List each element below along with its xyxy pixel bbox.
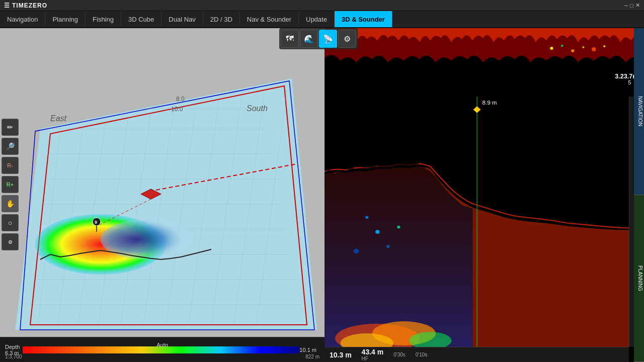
vertical-nav-labels: NAVIGATION PLANNING (634, 28, 644, 362)
range-plus-btn[interactable]: R+ (2, 176, 19, 193)
extra-tool-btn[interactable]: ⚙ (2, 233, 19, 250)
close-btn[interactable]: ✕ (635, 2, 640, 9)
sounder-top-svg: 3.23.7m 5 (325, 28, 644, 96)
svg-point-40 (571, 49, 574, 52)
svg-point-41 (582, 46, 584, 48)
window-controls: ─ □ ✕ (624, 2, 640, 9)
svg-point-38 (550, 47, 553, 50)
scale-distance: 822 m (305, 354, 319, 359)
svg-text:10.0: 10.0 (171, 106, 183, 113)
svg-point-50 (354, 249, 359, 254)
svg-point-42 (592, 47, 596, 51)
3d-scene-svg: 8.0 10.0 East South (0, 28, 325, 362)
svg-point-39 (561, 45, 563, 47)
planning-vert-label[interactable]: PLANNING (634, 195, 644, 362)
svg-text:South: South (247, 104, 268, 113)
menu-item-update[interactable]: Update (299, 11, 335, 27)
toolbar: 🗺🌊📡⚙ (279, 28, 358, 49)
svg-point-51 (397, 226, 400, 229)
svg-point-43 (603, 45, 605, 47)
svg-text:East: East (50, 114, 67, 123)
zoom-tool-btn[interactable]: 🔎 (2, 138, 19, 155)
minimize-btn[interactable]: ─ (624, 3, 628, 9)
menu-hamburger-icon[interactable]: ☰ (4, 2, 10, 9)
depth-scale-bar: Depth 6.3 m 10.1 m Auto 1:3,700 822 m (0, 337, 325, 362)
menu-item-nav---sounder[interactable]: Nav & Sounder (240, 11, 299, 27)
nav-chart-btn[interactable]: 🗺 (281, 30, 299, 48)
auto-label: Auto (156, 342, 168, 348)
main-depth-value: 10.3 m (330, 351, 352, 359)
menu-item--d-cube[interactable]: 3D Cube (121, 11, 162, 27)
chart-3d-panel[interactable]: 8.0 10.0 East South (0, 28, 325, 362)
svg-text:9: 9 (95, 220, 97, 225)
svg-point-49 (386, 245, 389, 248)
title-bar: ☰ TIMEZERO ─ □ ✕ (0, 0, 644, 11)
menu-bar: NavigationPlanningFishing3D CubeDual Nav… (0, 11, 644, 28)
draw-tool-btn[interactable]: ✏ (2, 119, 19, 136)
sounder-top-strip: 3.23.7m 5 (325, 28, 644, 96)
time-range-1: 0'30s (393, 352, 406, 357)
menu-item-navigation[interactable]: Navigation (0, 11, 45, 27)
secondary-depth-value: 43.4 m (362, 348, 384, 356)
left-toolbar: ✏ 🔎 R- R+ ✋ ○ ⚙ (0, 28, 20, 362)
menu-item-fishing[interactable]: Fishing (86, 11, 121, 27)
menu-item--d----d[interactable]: 2D / 3D (203, 11, 240, 27)
settings-btn[interactable]: ⚙ (338, 30, 356, 48)
range-minus-btn[interactable]: R- (2, 157, 19, 174)
svg-point-29 (101, 219, 191, 259)
maximize-btn[interactable]: □ (630, 3, 633, 9)
menu-item-dual-nav[interactable]: Dual Nav (162, 11, 203, 27)
svg-text:5: 5 (628, 80, 631, 85)
menu-item-planning[interactable]: Planning (45, 11, 86, 27)
circle-tool-btn[interactable]: ○ (2, 214, 19, 231)
depth-value-right: 10.1 m (299, 347, 316, 353)
bottom-measurements-bar: 10.3 m 43.4 m HF 0'30s 0'10s (325, 347, 629, 362)
svg-point-48 (375, 230, 379, 234)
frequency-label: HF (362, 356, 384, 361)
app-logo: ☰ TIMEZERO (4, 2, 47, 9)
sounder-btn[interactable]: 🌊 (300, 30, 318, 48)
sounder-main-svg: 8.9 m (325, 97, 629, 347)
menu-item--d---sounder[interactable]: 3D & Sounder (335, 11, 392, 27)
radar-btn[interactable]: 📡 (319, 30, 337, 48)
main-content: ✏ 🔎 R- R+ ✋ ○ ⚙ (0, 28, 644, 362)
navigation-vert-label[interactable]: NAVIGATION (634, 28, 644, 195)
svg-point-47 (365, 216, 368, 219)
pan-tool-btn[interactable]: ✋ (2, 195, 19, 212)
time-range-2: 0'10s (416, 352, 428, 357)
svg-text:8.0: 8.0 (176, 96, 185, 103)
app-name: TIMEZERO (12, 2, 47, 9)
sounder-panel: 3.23.7m 5 (325, 28, 644, 362)
svg-text:8.9 m: 8.9 m (482, 100, 497, 106)
